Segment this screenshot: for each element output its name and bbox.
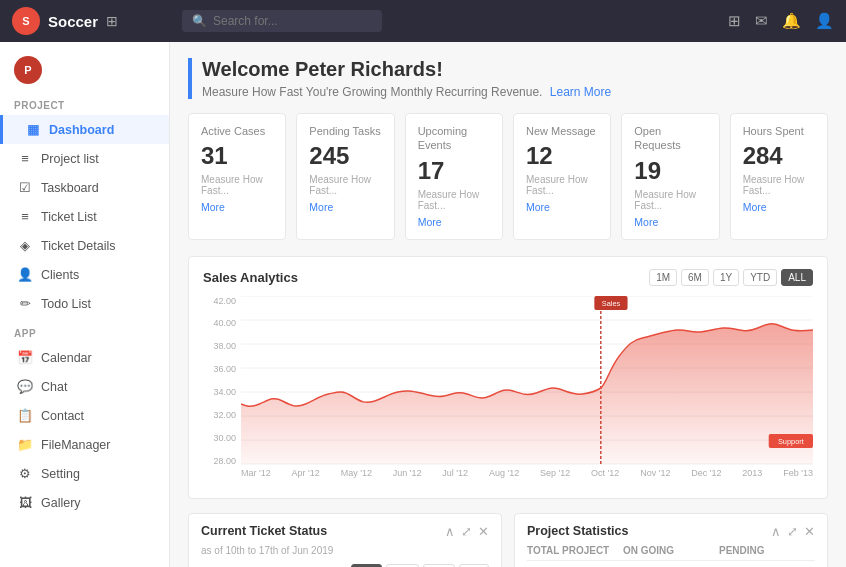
search-box: 🔍 — [182, 10, 382, 32]
clients-icon: 👤 — [17, 267, 33, 282]
x-label: Mar '12 — [241, 468, 271, 486]
y-label: 36.00 — [203, 364, 241, 374]
x-label: Jun '12 — [393, 468, 422, 486]
sidebar-item-clients[interactable]: 👤 Clients — [0, 260, 169, 289]
panel-table-header: Total Project On Going Pending — [527, 545, 815, 561]
grid-icon[interactable]: ⊞ — [106, 13, 118, 29]
learn-more-link[interactable]: Learn More — [550, 85, 611, 99]
top-nav: S Soccer ⊞ 🔍 ⊞ ✉ 🔔 👤 — [0, 0, 846, 42]
panel-project-header: Project Statistics ∧ ⤢ ✕ — [527, 524, 815, 539]
panel-title: Current Ticket Status — [201, 524, 327, 538]
time-btn-1w[interactable]: 1W — [386, 564, 419, 567]
sidebar-item-calendar[interactable]: 📅 Calendar — [0, 343, 169, 372]
sidebar-item-label: Ticket Details — [41, 239, 116, 253]
filemanager-icon: 📁 — [17, 437, 33, 452]
chart-title: Sales Analytics — [203, 270, 298, 285]
sidebar-item-label: Chat — [41, 380, 67, 394]
app-section-label: APP — [0, 318, 169, 343]
chart-canvas: Sales — [241, 296, 813, 466]
x-label: 2013 — [742, 468, 762, 486]
filter-all[interactable]: ALL — [781, 269, 813, 286]
x-label: Sep '12 — [540, 468, 570, 486]
sidebar-item-filemanager[interactable]: 📁 FileManager — [0, 430, 169, 459]
ticket-details-icon: ◈ — [17, 238, 33, 253]
sidebar-item-contact[interactable]: 📋 Contact — [0, 401, 169, 430]
sidebar-item-label: Clients — [41, 268, 79, 282]
sidebar-item-dashboard[interactable]: ▦ Dashboard — [0, 115, 169, 144]
stat-link[interactable]: More — [634, 216, 658, 228]
sidebar-item-gallery[interactable]: 🖼 Gallery — [0, 488, 169, 517]
sidebar-item-label: Project list — [41, 152, 99, 166]
stat-desc: Measure How Fast... — [743, 174, 815, 196]
y-label: 32.00 — [203, 410, 241, 420]
close-icon[interactable]: ✕ — [804, 524, 815, 539]
x-label: Oct '12 — [591, 468, 619, 486]
sidebar-item-project-list[interactable]: ≡ Project list — [0, 144, 169, 173]
filter-1y[interactable]: 1Y — [713, 269, 739, 286]
stat-link[interactable]: More — [526, 201, 550, 213]
search-input[interactable] — [213, 14, 372, 28]
stat-title: Upcoming Events — [418, 124, 490, 153]
time-btn-1m[interactable]: 1M — [423, 564, 455, 567]
filter-6m[interactable]: 6M — [681, 269, 709, 286]
y-label: 30.00 — [203, 433, 241, 443]
col-pending: Pending — [719, 545, 815, 556]
stat-desc: Measure How Fast... — [418, 189, 490, 211]
sidebar-item-label: Todo List — [41, 297, 91, 311]
expand-icon[interactable]: ⤢ — [461, 524, 472, 539]
chart-section: Sales Analytics 1M 6M 1Y YTD ALL 42.00 4… — [188, 256, 828, 499]
y-label: 40.00 — [203, 318, 241, 328]
stat-link[interactable]: More — [418, 216, 442, 228]
stat-value: 12 — [526, 142, 598, 170]
nav-icons: ⊞ ✉ 🔔 👤 — [728, 12, 834, 30]
x-label: Jul '12 — [442, 468, 468, 486]
sidebar-item-todo[interactable]: ✏ Todo List — [0, 289, 169, 318]
stat-card-open-requests: Open Requests 19 Measure How Fast... Mor… — [621, 113, 719, 240]
chart-x-labels: Mar '12 Apr '12 May '12 Jun '12 Jul '12 … — [241, 468, 813, 486]
sidebar: P PROJECT ▦ Dashboard ≡ Project list ☑ T… — [0, 42, 170, 567]
panel-controls: ∧ ⤢ ✕ — [771, 524, 815, 539]
sidebar-item-taskboard[interactable]: ☑ Taskboard — [0, 173, 169, 202]
user-icon[interactable]: 👤 — [815, 12, 834, 30]
time-btn-1d[interactable]: 1D — [351, 564, 382, 567]
chart-header: Sales Analytics 1M 6M 1Y YTD ALL — [203, 269, 813, 286]
stat-desc: Measure How Fast... — [634, 189, 706, 211]
x-label: Aug '12 — [489, 468, 519, 486]
sidebar-item-setting[interactable]: ⚙ Setting — [0, 459, 169, 488]
sidebar-item-chat[interactable]: 💬 Chat — [0, 372, 169, 401]
logo-area: S Soccer ⊞ — [12, 7, 172, 35]
stat-value: 17 — [418, 157, 490, 185]
stat-title: Pending Tasks — [309, 124, 381, 138]
filter-1m[interactable]: 1M — [649, 269, 677, 286]
x-label: Feb '13 — [783, 468, 813, 486]
mail-icon[interactable]: ✉ — [755, 12, 768, 30]
sidebar-item-label: Dashboard — [49, 123, 114, 137]
stat-card-upcoming-events: Upcoming Events 17 Measure How Fast... M… — [405, 113, 503, 240]
collapse-icon[interactable]: ∧ — [445, 524, 455, 539]
stat-value: 245 — [309, 142, 381, 170]
panel-subtitle: as of 10th to 17th of Jun 2019 — [201, 545, 489, 556]
expand-icon[interactable]: ⤢ — [787, 524, 798, 539]
chart-svg: Sales — [241, 296, 813, 466]
bell-icon[interactable]: 🔔 — [782, 12, 801, 30]
sidebar-item-label: Gallery — [41, 496, 81, 510]
sidebar-item-ticket-list[interactable]: ≡ Ticket List — [0, 202, 169, 231]
stat-title: Open Requests — [634, 124, 706, 153]
stat-link[interactable]: More — [309, 201, 333, 213]
close-icon[interactable]: ✕ — [478, 524, 489, 539]
filter-ytd[interactable]: YTD — [743, 269, 777, 286]
panel-title: Project Statistics — [527, 524, 628, 538]
y-label: 42.00 — [203, 296, 241, 306]
sidebar-item-ticket-details[interactable]: ◈ Ticket Details — [0, 231, 169, 260]
app-name: Soccer — [48, 13, 98, 30]
collapse-icon[interactable]: ∧ — [771, 524, 781, 539]
stat-link[interactable]: More — [201, 201, 225, 213]
stat-card-active-cases: Active Cases 31 Measure How Fast... More — [188, 113, 286, 240]
taskboard-icon: ☑ — [17, 180, 33, 195]
chart-area: 42.00 40.00 38.00 36.00 34.00 32.00 30.0… — [203, 296, 813, 486]
stat-title: Hours Spent — [743, 124, 815, 138]
welcome-header: Welcome Peter Richards! Measure How Fast… — [188, 58, 828, 99]
apps-icon[interactable]: ⊞ — [728, 12, 741, 30]
stat-link[interactable]: More — [743, 201, 767, 213]
time-btn-1y[interactable]: 1Y — [459, 564, 489, 567]
